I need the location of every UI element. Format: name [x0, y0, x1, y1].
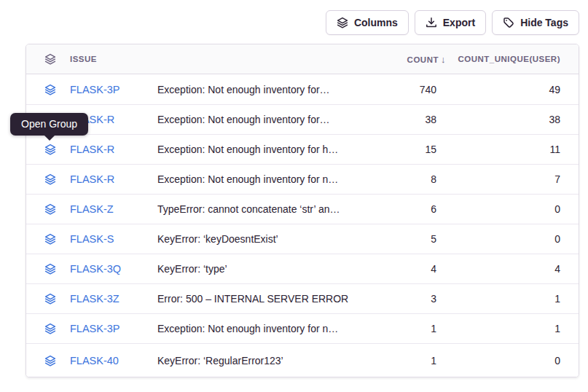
- hide-tags-button-label: Hide Tags: [520, 17, 568, 28]
- count-unique-value: 49: [436, 84, 560, 95]
- count-unique-value: 0: [436, 203, 560, 215]
- issue-title: Exception: Not enough inventory for n…: [157, 173, 364, 185]
- count-value: 15: [364, 144, 436, 155]
- open-group-icon[interactable]: [44, 355, 56, 366]
- issue-title: Error: 500 – INTERNAL SERVER ERROR: [157, 293, 364, 305]
- count-value: 3: [364, 293, 436, 305]
- open-group-icon[interactable]: [44, 233, 56, 245]
- column-header-issue[interactable]: ISSUE: [70, 55, 157, 63]
- issue-id-link[interactable]: FLASK-Z: [70, 203, 157, 215]
- count-value: 38: [364, 114, 436, 125]
- count-unique-value: 1: [436, 323, 560, 334]
- count-value: 1: [364, 355, 436, 366]
- table-toolbar: Columns Export Hide Tags: [326, 10, 579, 35]
- table-row: FLASK-3P Exception: Not enough inventory…: [26, 74, 579, 104]
- count-value: 1: [364, 323, 436, 334]
- table-row: FLASK-3Z Error: 500 – INTERNAL SERVER ER…: [26, 283, 579, 313]
- layers-icon: [337, 17, 348, 28]
- issue-id-link[interactable]: FLASK-40: [70, 355, 157, 366]
- issue-title: KeyError: ‘RegularError123’: [157, 355, 364, 366]
- tag-icon: [503, 17, 514, 28]
- count-value: 740: [364, 84, 436, 95]
- download-icon: [426, 17, 437, 28]
- columns-button-label: Columns: [354, 17, 398, 28]
- open-group-icon[interactable]: [44, 293, 56, 305]
- count-unique-value: 1: [436, 293, 560, 305]
- export-button-label: Export: [443, 17, 475, 28]
- table-body: FLASK-3P Exception: Not enough inventory…: [26, 74, 579, 377]
- issue-title: KeyError: ‘type’: [157, 263, 364, 275]
- count-value: 5: [364, 233, 436, 245]
- column-header-count-unique[interactable]: COUNT_UNIQUE(USER): [436, 55, 560, 63]
- issue-title: Exception: Not enough inventory for h…: [157, 144, 364, 155]
- tooltip-label: Open Group: [21, 118, 77, 130]
- count-value: 6: [364, 203, 436, 215]
- count-unique-value: 38: [436, 114, 560, 125]
- count-unique-value: 0: [436, 233, 560, 245]
- open-group-icon[interactable]: [44, 323, 56, 334]
- column-header-count[interactable]: COUNT↓: [364, 54, 446, 65]
- table-row: FLASK-R Exception: Not enough inventory …: [26, 134, 579, 164]
- table-row: FLASK-S KeyError: ‘keyDoesntExist’ 5 0: [26, 224, 579, 254]
- open-group-icon[interactable]: [44, 203, 56, 215]
- issue-id-link[interactable]: FLASK-3P: [70, 323, 157, 334]
- issue-title: Exception: Not enough inventory for…: [157, 84, 364, 95]
- open-group-tooltip: Open Group: [10, 113, 88, 136]
- issue-title: Exception: Not enough inventory for…: [157, 114, 364, 125]
- issue-id-link[interactable]: FLASK-R: [70, 173, 157, 185]
- open-group-icon[interactable]: [44, 84, 56, 95]
- count-unique-value: 7: [436, 173, 560, 185]
- count-unique-value: 4: [436, 263, 560, 275]
- issue-id-link[interactable]: FLASK-3Z: [70, 293, 157, 305]
- issue-title: Exception: Not enough inventory for n…: [157, 323, 364, 334]
- issue-id-link[interactable]: FLASK-3Q: [70, 263, 157, 275]
- columns-button[interactable]: Columns: [326, 10, 409, 35]
- issue-id-link[interactable]: FLASK-R: [70, 144, 157, 155]
- tooltip-arrow: [44, 135, 55, 141]
- layers-icon: [44, 53, 56, 65]
- count-unique-value: 11: [436, 144, 560, 155]
- table-row: FLASK-Z TypeError: cannot concatenate ‘s…: [26, 194, 579, 224]
- count-value: 8: [364, 173, 436, 185]
- table-row: FLASK-40 KeyError: ‘RegularError123’ 1 0: [26, 343, 579, 377]
- hide-tags-button[interactable]: Hide Tags: [492, 10, 579, 35]
- open-group-icon[interactable]: [44, 173, 56, 185]
- open-group-icon[interactable]: [44, 144, 56, 155]
- table-row: FLASK-R Exception: Not enough inventory …: [26, 164, 579, 194]
- issue-id-link[interactable]: FLASK-S: [70, 233, 157, 245]
- issue-title: KeyError: ‘keyDoesntExist’: [157, 233, 364, 245]
- issue-id-link[interactable]: FLASK-3P: [70, 84, 157, 95]
- count-header-label: COUNT: [407, 55, 439, 64]
- count-value: 4: [364, 263, 436, 275]
- export-button[interactable]: Export: [415, 10, 486, 35]
- table-row: FLASK-R Exception: Not enough inventory …: [26, 104, 579, 134]
- table-row: FLASK-3P Exception: Not enough inventory…: [26, 313, 579, 343]
- open-group-icon[interactable]: [44, 263, 56, 275]
- table-row: FLASK-3Q KeyError: ‘type’ 4 4: [26, 254, 579, 283]
- count-unique-value: 0: [436, 355, 560, 366]
- issue-title: TypeError: cannot concatenate ‘str’ an…: [157, 203, 364, 215]
- table-header-row: ISSUE COUNT↓ COUNT_UNIQUE(USER): [26, 44, 579, 74]
- results-table: ISSUE COUNT↓ COUNT_UNIQUE(USER) FLASK-3P…: [26, 44, 579, 377]
